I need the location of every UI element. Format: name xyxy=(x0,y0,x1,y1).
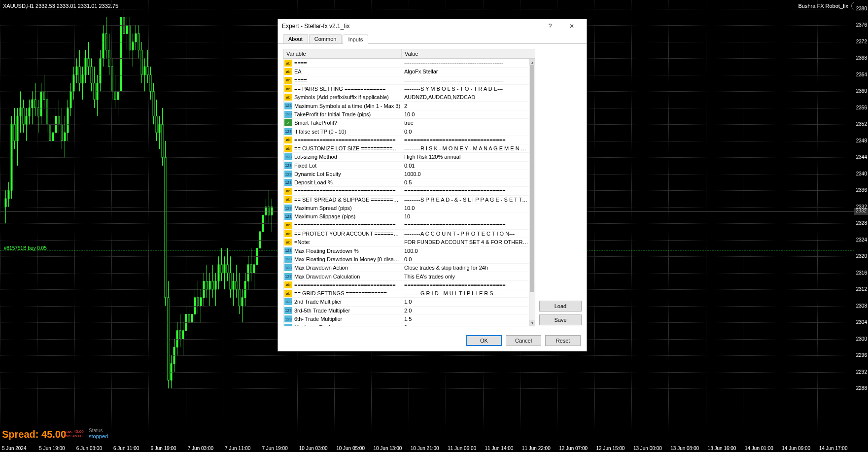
param-value[interactable]: true xyxy=(401,120,529,126)
param-value[interactable]: AUDNZD,AUDCAD,NZDCAD xyxy=(401,94,529,100)
time-tick: 14 Jun 01:00 xyxy=(745,446,773,451)
svg-rect-11 xyxy=(20,108,21,116)
tab-inputs[interactable]: Inputs xyxy=(343,35,368,44)
param-row[interactable]: 123Maximum Trades9 xyxy=(283,323,529,326)
param-value[interactable]: ================================ xyxy=(401,137,529,143)
param-row[interactable]: 123Maximum Spread (pips)10.0 xyxy=(283,204,529,212)
param-row[interactable]: 123Dynamic Lot Equity1000.0 xyxy=(283,170,529,178)
param-value[interactable]: 10.0 xyxy=(401,205,529,211)
param-row[interactable]: ab== CUSTOMIZE LOT SIZE =============---… xyxy=(283,144,529,153)
load-button[interactable]: Load xyxy=(539,301,582,312)
param-value[interactable]: ----------------------------------------… xyxy=(401,60,529,66)
scroll-down-icon[interactable]: ▾ xyxy=(529,320,535,326)
svg-rect-65 xyxy=(100,58,101,83)
param-value[interactable]: Close trades & stop trading for 24h xyxy=(401,265,529,271)
param-row[interactable]: 123Fixed Lot0.01 xyxy=(283,162,529,170)
param-value[interactable]: ---------S Y M B O L S - T O - T R A D E… xyxy=(401,86,529,92)
ok-button[interactable]: OK xyxy=(466,335,502,346)
param-row[interactable]: 123Max Floating Drawdown in Money [0-dis… xyxy=(283,255,529,264)
param-row[interactable]: 1236th- Trade Multiplier1.5 xyxy=(283,315,529,323)
cancel-button[interactable]: Cancel xyxy=(506,335,541,346)
time-tick: 10 Jun 03:00 xyxy=(299,446,328,451)
param-row[interactable]: 123Max Floating Drawdown %100.0 xyxy=(283,247,529,255)
param-value[interactable]: 0.0 xyxy=(401,129,529,135)
param-value[interactable]: 1.0 xyxy=(401,299,529,305)
param-row[interactable]: ab======================================… xyxy=(283,221,529,230)
param-value[interactable]: 0.0 xyxy=(401,256,529,262)
param-row[interactable]: 123Maximum Slippage (pips)10 xyxy=(283,212,529,221)
scroll-thumb[interactable] xyxy=(530,65,534,292)
param-value[interactable]: 10.0 xyxy=(401,111,529,117)
param-value[interactable]: 2.0 xyxy=(401,308,529,313)
param-row[interactable]: abEAAlgoFx Stellar xyxy=(283,68,529,76)
param-row[interactable]: ab====----------------------------------… xyxy=(283,59,529,68)
help-button[interactable]: ? xyxy=(539,19,561,33)
param-value[interactable]: This EA's trades only xyxy=(401,274,529,279)
param-value[interactable]: FOR FUNDED ACCOUNT SET 4 & FOR OTHERS SE… xyxy=(401,239,529,245)
param-value[interactable]: High Risk 120% annual xyxy=(401,154,529,160)
number-param-icon: 123 xyxy=(284,162,292,169)
param-row[interactable]: ab====----------------------------------… xyxy=(283,76,529,85)
svg-rect-87 xyxy=(132,42,134,50)
grid-scrollbar[interactable]: ▴ ▾ xyxy=(529,59,535,326)
param-value[interactable]: 0.5 xyxy=(401,179,529,185)
param-row[interactable]: 123Max Drawdown ActionClose trades & sto… xyxy=(283,264,529,272)
param-value[interactable]: 0.01 xyxy=(401,163,529,169)
param-value[interactable]: 100.0 xyxy=(401,248,529,254)
param-value[interactable]: ---------S P R E A D - & - S L I P P A G… xyxy=(401,197,529,203)
param-value[interactable]: 1000.0 xyxy=(401,171,529,177)
param-variable: ================================ xyxy=(292,222,401,228)
param-row[interactable]: ab== SET SPREAD & SLIPPAGE =============… xyxy=(283,196,529,204)
number-param-icon: 123 xyxy=(284,111,292,118)
reset-button[interactable]: Reset xyxy=(545,335,581,346)
header-value[interactable]: Value xyxy=(402,49,535,58)
close-button[interactable]: ✕ xyxy=(561,19,583,33)
time-tick: 7 Jun 03:00 xyxy=(188,446,213,451)
param-value[interactable]: 2 xyxy=(401,103,529,109)
dialog-titlebar[interactable]: Expert - Stellar-fx v2.1_fix ? ✕ xyxy=(278,19,587,33)
param-value[interactable]: ---------A C C O U N T - P R O T E C T I… xyxy=(401,231,529,237)
scroll-up-icon[interactable]: ▴ xyxy=(529,59,535,65)
svg-rect-31 xyxy=(49,124,51,140)
param-row[interactable]: ab=Note:FOR FUNDED ACCOUNT SET 4 & FOR O… xyxy=(283,238,529,246)
param-value[interactable]: ================================ xyxy=(401,188,529,194)
param-row[interactable]: 123Deposit Load %0.5 xyxy=(283,178,529,187)
param-row[interactable]: ab======================================… xyxy=(283,187,529,195)
param-value[interactable]: 9 xyxy=(401,324,529,326)
param-row[interactable]: ab== GRID SETTINGS =============--------… xyxy=(283,289,529,298)
param-row[interactable]: 123If false set TP (0 - 10)0.0 xyxy=(283,127,529,136)
param-variable: == PAIRS SETTING ============= xyxy=(292,86,401,92)
param-row[interactable]: 1232nd Trade Multiplier1.0 xyxy=(283,298,529,306)
param-row[interactable]: 123TakeProfit for Initial Trade (pips)10… xyxy=(283,110,529,119)
tab-common[interactable]: Common xyxy=(309,34,342,43)
param-row[interactable]: ab== PAIRS SETTING =============--------… xyxy=(283,85,529,93)
param-value[interactable]: ---------G R I D - M U L T I P L I E R S… xyxy=(401,290,529,296)
time-tick: 11 Jun 14:00 xyxy=(485,446,514,451)
param-row[interactable]: 123Lot-sizing MethodHigh Risk 120% annua… xyxy=(283,153,529,161)
inputs-grid[interactable]: Variable Value ab====-------------------… xyxy=(283,49,535,326)
param-value[interactable]: 1.5 xyxy=(401,316,529,322)
save-button[interactable]: Save xyxy=(539,314,582,325)
param-value[interactable]: ----------------------------------------… xyxy=(401,77,529,83)
param-row[interactable]: 123Maximum Symbols at a time (Min 1 - Ma… xyxy=(283,102,529,110)
string-param-icon: ab xyxy=(284,94,292,101)
param-variable: 2nd Trade Multiplier xyxy=(292,299,401,305)
param-row[interactable]: ab======================================… xyxy=(283,136,529,144)
param-value[interactable]: ================================ xyxy=(401,282,529,288)
param-row[interactable]: ✓Smart TakeProfit?true xyxy=(283,119,529,127)
tab-about[interactable]: About xyxy=(283,34,308,43)
price-tick: 2360 xyxy=(854,88,867,94)
param-value[interactable]: ---------R I S K - M O N E Y - M A N A G… xyxy=(401,145,529,151)
param-row[interactable]: 123Max Drawdown CalculationThis EA's tra… xyxy=(283,272,529,280)
svg-rect-153 xyxy=(230,273,231,289)
param-row[interactable]: abSymbols (Add prefix/suffix if applicab… xyxy=(283,93,529,102)
param-value[interactable]: 10 xyxy=(401,213,529,219)
svg-rect-45 xyxy=(70,91,71,107)
param-variable: 3rd-5th Trade Multiplier xyxy=(292,308,401,313)
param-row[interactable]: ab== PROTECT YOUR ACCOUNT ===========---… xyxy=(283,230,529,238)
param-value[interactable]: ================================ xyxy=(401,222,529,228)
param-row[interactable]: 1233rd-5th Trade Multiplier2.0 xyxy=(283,307,529,315)
header-variable[interactable]: Variable xyxy=(283,49,402,58)
param-row[interactable]: ab======================================… xyxy=(283,281,529,289)
param-value[interactable]: AlgoFx Stellar xyxy=(401,69,529,74)
